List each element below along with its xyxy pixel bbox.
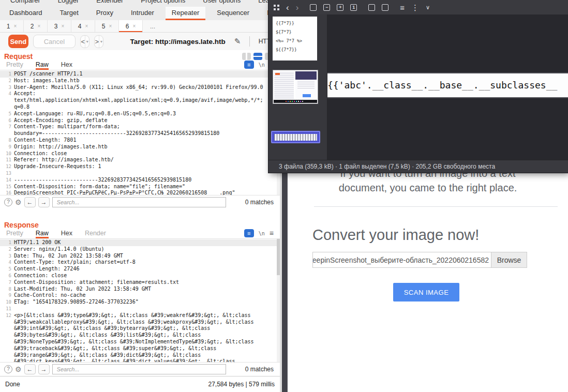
help-icon[interactable]: ?: [4, 365, 12, 373]
repeater-tab[interactable]: 3 ×: [48, 20, 71, 32]
prev-image-icon[interactable]: ‹: [286, 3, 289, 12]
module-tab[interactable]: Sequencer: [211, 7, 256, 20]
response-line: 11: [0, 306, 280, 312]
close-tab-icon[interactable]: ×: [37, 23, 40, 29]
chevron-down-icon[interactable]: ▼: [99, 36, 103, 48]
response-line: 8 Last-Modified: Thu, 02 Jun 2022 13:58:…: [0, 286, 280, 293]
repeater-tab[interactable]: 1 ×: [0, 20, 24, 32]
pretty-print-icon[interactable]: ≡: [244, 61, 254, 69]
module-tab[interactable]: Intruder: [125, 7, 160, 20]
request-line: 3 User-Agent: Mozilla/5.0 (X11; Linux x8…: [0, 84, 280, 91]
columns-layout-icon[interactable]: [242, 53, 251, 60]
cancel-button[interactable]: Cancel: [33, 35, 76, 48]
response-line: 1 HTTP/1.1 200 OK: [0, 239, 280, 246]
request-editor[interactable]: 1 POST /scanner HTTP/1.1 2 Host: images.…: [0, 70, 280, 195]
newline-toggle-icon[interactable]: \n: [259, 62, 265, 68]
scan-image-button[interactable]: SCAN IMAGE: [393, 283, 459, 301]
response-line: 2 Server: nginx/1.14.0 (Ubuntu): [0, 246, 280, 253]
zoom-actual-size-icon[interactable]: 1: [350, 4, 357, 11]
gear-icon[interactable]: ⚙: [15, 198, 22, 206]
close-tab-icon[interactable]: ×: [132, 23, 136, 29]
viewer-toolbar: ‹›−+1≡⋮∨: [268, 0, 568, 14]
request-view-tab[interactable]: Pretty: [6, 61, 23, 70]
close-tab-icon[interactable]: ×: [61, 23, 64, 29]
request-line: 16 DeepinScreenshot_РІС‹Р±РµСЂРёС‚Рµ-РѕР…: [0, 190, 280, 195]
editor-menu-icon[interactable]: ≡: [270, 229, 274, 237]
request-title: Request: [4, 52, 33, 61]
close-tab-icon[interactable]: ×: [85, 23, 88, 29]
edit-pencil-icon[interactable]: ✎: [234, 37, 241, 46]
target-url-label: Target: http://images.late.htb: [130, 38, 225, 46]
zoom-fit-icon[interactable]: [310, 4, 317, 11]
close-tab-icon[interactable]: ×: [109, 23, 112, 29]
send-button[interactable]: Send: [8, 35, 28, 48]
viewer-status-bar: 3 файла (359,3 kB) · 1 файл выделен (7,5…: [268, 160, 568, 173]
frameless-icon[interactable]: [382, 4, 388, 11]
response-line: 12 <p>[&lt;class &#39;type&#39;&gt;, &lt…: [0, 312, 280, 363]
request-view-tab[interactable]: Hex: [61, 61, 72, 70]
list-view-icon[interactable]: ≡: [400, 4, 405, 11]
next-image-icon[interactable]: ›: [296, 3, 299, 12]
screenshot-thumbnail[interactable]: [273, 70, 318, 104]
zoom-out-icon[interactable]: −: [323, 4, 330, 11]
search-input[interactable]: [52, 364, 226, 374]
panel-gap: [0, 208, 280, 219]
dropdown-icon[interactable]: ∨: [426, 5, 430, 10]
pretty-print-icon[interactable]: ≡: [244, 229, 254, 237]
repeater-tab[interactable]: 4 ×: [71, 20, 95, 32]
tagline-line2: document, you came to the right place.: [288, 182, 568, 194]
file-upload-control[interactable]: DeepinScreenshot_выберите-область_202206…: [312, 252, 527, 268]
request-line: 6 Accept-Encoding: gzip, deflate: [0, 117, 280, 124]
request-view-tab[interactable]: Raw: [36, 61, 49, 70]
rows-layout-icon[interactable]: [253, 53, 262, 60]
fullscreen-icon[interactable]: [368, 4, 375, 11]
top-menu-tab[interactable]: Extender: [96, 0, 123, 7]
response-view-tab[interactable]: Pretty: [6, 230, 23, 238]
burp-top-menu-tabs: ComparerLoggerExtenderProject optionsUse…: [0, 0, 280, 7]
next-match-icon[interactable]: →: [38, 364, 50, 374]
module-tab[interactable]: Dashboard: [3, 7, 49, 20]
response-view-tab[interactable]: Render: [85, 230, 106, 238]
zoom-in-icon[interactable]: +: [337, 4, 343, 11]
request-line: 13: [0, 170, 280, 177]
prev-match-icon[interactable]: ←: [24, 197, 36, 207]
repeater-tab[interactable]: 2 ×: [24, 20, 48, 32]
thumbnails-grid-icon[interactable]: [274, 5, 279, 10]
module-tab[interactable]: Target: [54, 7, 85, 20]
response-viewer[interactable]: 1 HTTP/1.1 200 OK 2 Server: nginx/1.14.0…: [0, 238, 280, 363]
scrollbar[interactable]: [277, 239, 280, 362]
match-count: 0 matches: [245, 366, 276, 373]
module-tab[interactable]: Proxy: [90, 7, 119, 20]
response-line: 4 Content-Type: text/plain; charset=utf-…: [0, 259, 280, 266]
forward-history-button[interactable]: > ▼: [94, 35, 103, 48]
response-view-tab[interactable]: Raw: [36, 230, 49, 238]
search-input[interactable]: [52, 197, 226, 207]
request-line: 12 Upgrade-Insecure-Requests: 1: [0, 163, 280, 170]
repeater-tab[interactable]: ...: [143, 20, 166, 32]
module-tab[interactable]: Repeater: [166, 7, 205, 20]
gear-icon[interactable]: ⚙: [15, 365, 22, 373]
back-history-button[interactable]: < ▼: [80, 35, 89, 48]
chevron-down-icon[interactable]: ▼: [85, 36, 89, 48]
top-menu-tab[interactable]: Comparer: [10, 0, 40, 7]
top-menu-tab[interactable]: User options: [203, 0, 241, 7]
request-line: 10 Connection: close: [0, 150, 280, 157]
help-icon[interactable]: ?: [4, 198, 12, 206]
text-file-thumbnail[interactable]: {{7*7}}${7*7}<%= 7*7 %>${{7*7}}: [273, 17, 317, 61]
repeater-tab[interactable]: 5 ×: [95, 20, 119, 32]
top-menu-tab[interactable]: Project options: [141, 0, 185, 7]
next-match-icon[interactable]: →: [38, 197, 50, 207]
response-view-tab[interactable]: Hex: [61, 230, 72, 238]
response-editor-tabs: PrettyRawHexRender ≡ \n ≡: [0, 229, 280, 238]
repeater-toolbar: Send Cancel < ▼ > ▼ Target: http://image…: [0, 33, 280, 50]
selected-strip-thumbnail[interactable]: [271, 131, 320, 143]
newline-toggle-icon[interactable]: \n: [259, 231, 265, 236]
prev-match-icon[interactable]: ←: [24, 364, 36, 374]
more-options-icon[interactable]: ⋮: [411, 4, 419, 11]
browse-button[interactable]: Browse: [491, 252, 527, 267]
burp-module-tabs: DashboardTargetProxyIntruderRepeaterSequ…: [0, 7, 280, 20]
close-tab-icon[interactable]: ×: [13, 23, 17, 29]
top-menu-tab[interactable]: Logger: [58, 0, 79, 7]
request-line: 8 Content-Length: 7801: [0, 137, 280, 144]
repeater-tab[interactable]: 6 ×: [119, 20, 143, 32]
